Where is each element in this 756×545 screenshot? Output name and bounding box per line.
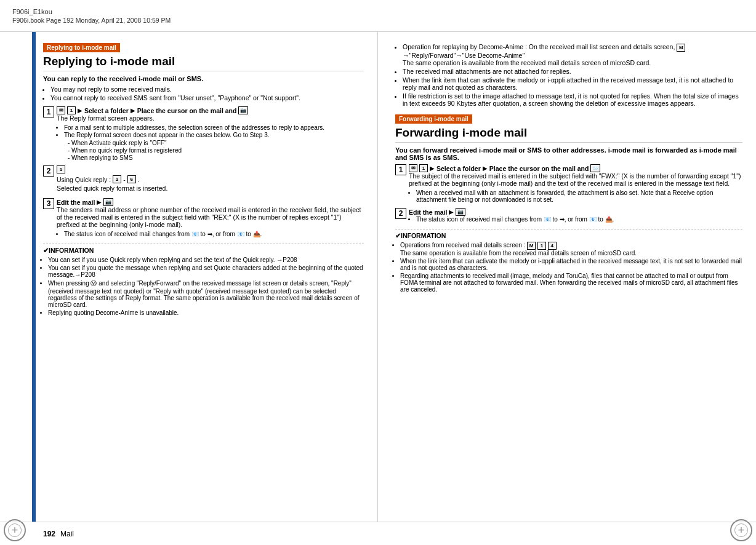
fwd-step1-icon-row: ✉ 1 ▶ Select a folder ▶ Place the cursor… — [409, 164, 742, 172]
fwd-step2-arrow: ▶ — [449, 209, 454, 215]
step1-key-1: 1 — [67, 106, 76, 114]
step2-key-1: 1 — [57, 165, 65, 173]
step1-number: 1 — [43, 106, 54, 117]
bottom-bar: 192 Mail — [0, 522, 756, 545]
intro-bullet-2: You cannot reply to received SMS sent fr… — [50, 94, 364, 101]
right-info-bullets: Operations from received mail details sc… — [400, 242, 742, 293]
step2-dot: - — [123, 176, 126, 183]
step1-sub-bullets: For a mail sent to multiple addresses, t… — [64, 124, 364, 138]
right-top-bullets: Operation for replaying by Decome-Anime … — [403, 43, 742, 107]
step1-sub1: For a mail sent to multiple addresses, t… — [64, 124, 364, 131]
intro-bullet-list: You may not reply to some received mails… — [50, 86, 364, 101]
fwd-step2-icon-row: Edit the mail ▶ 📷 — [409, 208, 742, 216]
intro-bullet-1: You may not reply to some received mails… — [50, 86, 364, 93]
fwd-step2-number: 2 — [395, 208, 406, 219]
step3-container: 3 Edit the mail ▶ 📷 The senders mail add… — [43, 198, 364, 239]
fwd-step1-desc: The subject of the received mail is ente… — [409, 172, 742, 187]
key1: 1 — [537, 242, 546, 250]
forwarding-section-title: Forwarding i-mode mail — [395, 126, 742, 143]
fwd-step1-arrow1: ▶ — [430, 165, 435, 172]
right-bullet-3: When the link item that can activate the… — [403, 76, 742, 91]
right-bullet-1: Operation for replaying by Decome-Anime … — [403, 43, 742, 66]
step1-container: 1 ✉ 1 ▶ Select a folder ▶ Place the curs… — [43, 106, 364, 162]
right-info-bullet-3: Regarding attachments to received mail (… — [400, 272, 742, 293]
step3-edit-label: Edit the mail — [57, 199, 95, 206]
fwd-step1-sub: When a received mail with an attachment … — [416, 189, 742, 203]
step2-container: 2 1 Using Quick reply : 2 - 6 . Selected… — [43, 165, 364, 194]
page-number: 192 — [43, 530, 55, 538]
right-info-header: ✔INFORMATION — [395, 232, 742, 239]
fwd-step2-camera-icon: 📷 — [456, 208, 465, 216]
quick-reply-line: Using Quick reply : 2 - 6 . — [57, 175, 364, 183]
step1-sub2: The Reply format screen does not appear … — [64, 132, 364, 138]
right-bullet-2: The received mail attachments are not at… — [403, 68, 742, 75]
forwarding-section: Forwarding i-mode mail Forwarding i-mode… — [395, 114, 742, 293]
left-info-bullets: You can set if you use Quick reply when … — [48, 257, 364, 316]
left-column: Replying to i-mode mail Replying to i-mo… — [0, 32, 378, 522]
step1-place-label: Place the cursor on the mail and — [137, 107, 237, 114]
step1-arrow2: ▶ — [131, 107, 135, 114]
step2-desc: Selected quick reply format is inserted. — [57, 185, 364, 192]
fwd-step1-select-label: Select a folder — [436, 165, 481, 172]
step3-icon-row: Edit the mail ▶ 📷 — [57, 198, 364, 206]
fwd-step1-number: 1 — [395, 164, 406, 175]
step1-dash3: When replying to SMS — [68, 154, 364, 161]
right-info-header-text: ✔INFORMATION — [395, 232, 446, 239]
top-bar-title: F906i_E1kou — [12, 8, 171, 15]
step1-camera-icon: 📷 — [238, 106, 248, 114]
step2-dot2: . — [138, 176, 140, 183]
right-bullet-4: If file restriction is set to the image … — [403, 92, 742, 107]
fwd-step1-place-label: Place the cursor on the mail and — [489, 165, 589, 172]
fwd-step2-edit-label: Edit the mail — [409, 209, 447, 216]
right-info-bullet-2: When the link item that can activate the… — [400, 258, 742, 271]
step1-dash-list: When Activate quick reply is "OFF" When … — [68, 140, 364, 161]
step1-arrow1: ▶ — [78, 107, 82, 114]
step2-number: 2 — [43, 165, 54, 177]
step3-body: Edit the mail ▶ 📷 The senders mail addre… — [57, 198, 364, 239]
left-info-bullet-4: Replying quoting Decome-Anime is unavail… — [48, 309, 364, 316]
step2-icon-row: 1 — [57, 165, 364, 173]
fwd-step1-arrow2: ▶ — [483, 165, 488, 172]
left-info-bullet-2: You can set if you quote the message whe… — [48, 265, 364, 278]
left-info-header: ✔INFORMATION — [43, 247, 364, 254]
step1-icon-row: ✉ 1 ▶ Select a folder ▶ Place the cursor… — [57, 106, 364, 114]
fwd-mail-icon: ✉ — [409, 164, 417, 172]
intro-bold: You can reply to the received i-mode mai… — [43, 75, 364, 82]
page-container: F906i_E1kou F906i.book Page 192 Monday, … — [0, 0, 756, 545]
left-info-bullet-3: When pressing Ⓜ and selecting "Reply/For… — [48, 279, 364, 308]
left-info-header-text: ✔INFORMATION — [43, 247, 94, 254]
fwd-step1-body: ✉ 1 ▶ Select a folder ▶ Place the cursor… — [409, 164, 742, 204]
step3-desc: The senders mail address or phone number… — [57, 206, 364, 228]
fwd-step1-sub1: When a received mail with an attachment … — [416, 189, 742, 203]
top-bar: F906i_E1kou F906i.book Page 192 Monday, … — [0, 0, 756, 32]
right-column: Operation for replaying by Decome-Anime … — [378, 32, 756, 522]
fwd-step1-envelope-icon: 📨 — [590, 164, 600, 172]
fwd-step2-sub: The status icon of received mail changes… — [416, 216, 742, 223]
forwarding-section-header: Forwarding i-mode mail — [395, 114, 472, 124]
content-area: Replying to i-mode mail Replying to i-mo… — [0, 32, 756, 522]
step1-dash1: When Activate quick reply is "OFF" — [68, 140, 364, 146]
top-bar-subtitle: F906i.book Page 192 Monday, April 21, 20… — [12, 17, 171, 24]
right-info-section: ✔INFORMATION Operations from received ma… — [395, 229, 742, 293]
fwd-step2-body: Edit the mail ▶ 📷 The status icon of rec… — [409, 208, 742, 224]
step1-desc: The Reply format screen appears. — [57, 114, 364, 122]
step2-key-2: 2 — [113, 175, 121, 183]
step3-sub1: The status icon of received mail changes… — [64, 231, 364, 237]
step3-arrow: ▶ — [97, 199, 102, 205]
left-section-title: Replying to i-mode mail — [43, 55, 364, 71]
key4: 4 — [548, 242, 557, 250]
step3-sub: The status icon of received mail changes… — [64, 231, 364, 237]
step1-body: ✉ 1 ▶ Select a folder ▶ Place the cursor… — [57, 106, 364, 162]
quick-reply-label: Using Quick reply : — [57, 176, 111, 183]
step1-select-label: Select a folder — [84, 107, 129, 114]
step3-number: 3 — [43, 198, 54, 209]
m-icon: M — [677, 44, 685, 52]
fwd-step1-key-1: 1 — [419, 164, 428, 172]
fwd-step1-container: 1 ✉ 1 ▶ Select a folder ▶ Place the curs… — [395, 164, 742, 204]
m-icon2: M — [527, 242, 536, 250]
forwarding-intro-bold: You can forward received i-mode mail or … — [395, 146, 742, 161]
left-section-header: Replying to i-mode mail — [43, 43, 120, 52]
left-info-bullet-1: You can set if you use Quick reply when … — [48, 257, 364, 263]
step2-body: 1 Using Quick reply : 2 - 6 . Selected q… — [57, 165, 364, 194]
step2-key-6: 6 — [127, 175, 136, 183]
